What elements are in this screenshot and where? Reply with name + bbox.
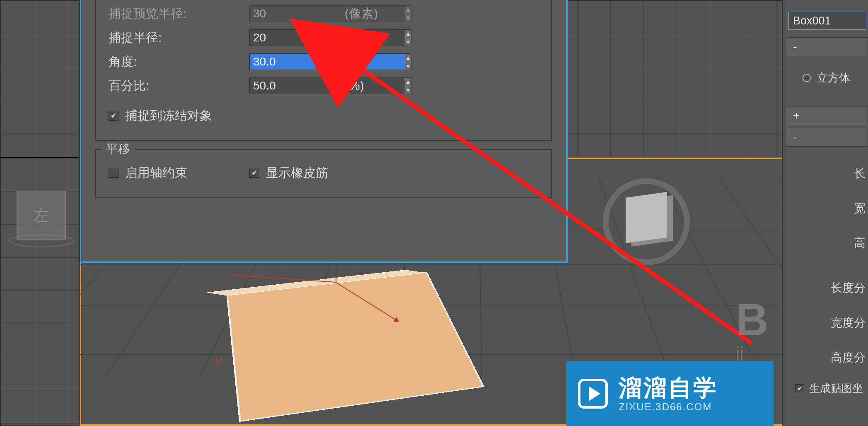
cube-radio[interactable]: 立方体 [803,70,868,85]
percent-unit: (%) [345,79,364,93]
row-preview-radius: 捕捉预览半径: ▲▼ (像素) [109,2,539,26]
watermark-title: 溜溜自学 [619,375,718,401]
rubber-band-label: 显示橡皮筋 [266,165,328,182]
site-watermark: 溜溜自学 ZIXUE.3D66.COM [566,361,774,426]
viewcube-perspective[interactable] [603,178,690,265]
preview-radius-spinner[interactable]: ▲▼ [249,5,332,22]
checkbox-icon [109,168,118,178]
generate-mapping-checkbox[interactable]: 生成贴图坐 [795,381,868,396]
spinner-down-icon[interactable]: ▼ [405,86,411,94]
command-panel: Box001 - 立方体 + - 长 宽 高 长度分 宽度分 高度分 生成贴图坐 [782,0,868,426]
snap-settings-dialog: 捕捉预览半径: ▲▼ (像素) 捕捉半径: ▲▼ (像素) 角度: ▲▼ (度) [80,0,568,263]
row-percent: 百分比: ▲▼ (%) [109,74,539,98]
row-snap-radius: 捕捉半径: ▲▼ (像素) [109,26,539,50]
minus-icon: - [793,131,797,144]
axis-y-label: y [215,353,222,367]
object-name-field[interactable]: Box001 [788,12,866,30]
spinner-up-icon[interactable]: ▲ [405,78,411,86]
preview-radius-label: 捕捉预览半径: [109,5,249,22]
snap-radius-unit: (像素) [345,29,378,46]
translate-group: 平移 启用轴约束 显示橡皮筋 [95,149,552,198]
spinner-down-icon[interactable]: ▼ [405,14,411,22]
spinner-down-icon[interactable]: ▼ [405,62,411,70]
snap-frozen-label: 捕捉到冻结对象 [125,107,212,124]
radio-icon [803,74,811,82]
row-angle: 角度: ▲▼ (度) [109,50,539,74]
spinner-up-icon[interactable]: ▲ [405,54,411,62]
percent-label: 百分比: [109,77,249,94]
snap-general-group: 捕捉预览半径: ▲▼ (像素) 捕捉半径: ▲▼ (像素) 角度: ▲▼ (度) [95,0,552,141]
axis-constraint-checkbox[interactable]: 启用轴约束 [109,165,249,182]
rollout-header-plus[interactable]: + [787,106,868,125]
angle-label: 角度: [109,53,249,70]
percent-input[interactable] [249,77,405,94]
row-snap-frozen: 捕捉到冻结对象 [109,104,539,128]
snap-frozen-checkbox[interactable]: 捕捉到冻结对象 [109,107,212,124]
viewcube-left-ring [8,234,75,247]
watermark-sub: ZIXUE.3D66.COM [619,401,718,413]
baidu-watermark: B ji [736,293,769,364]
translate-group-title: 平移 [102,141,134,157]
angle-unit: (度) [345,53,365,70]
row-translate-options: 启用轴约束 显示橡皮筋 [109,161,539,185]
plus-icon: + [793,109,800,122]
param-width: 宽 [783,201,868,216]
minus-icon: - [793,40,797,53]
angle-input[interactable] [249,53,405,70]
checkbox-icon [795,384,804,393]
object-name-text: Box001 [793,15,831,27]
param-width-seg: 宽度分 [783,315,868,331]
param-length-seg: 长度分 [783,280,868,296]
angle-spinner[interactable]: ▲▼ [249,53,332,70]
param-length: 长 [783,166,868,182]
generate-mapping-label: 生成贴图坐 [809,381,863,396]
checkbox-icon [249,168,259,178]
snap-radius-label: 捕捉半径: [109,29,249,46]
preview-radius-input[interactable] [249,5,405,22]
preview-radius-unit: (像素) [345,5,378,22]
rollout-header-1[interactable]: - [787,37,868,56]
axis-constraint-label: 启用轴约束 [125,165,187,182]
spinner-up-icon[interactable]: ▲ [405,30,411,38]
rollout-header-params[interactable]: - [787,128,868,147]
viewport-top-left[interactable] [0,0,80,157]
rubber-band-checkbox[interactable]: 显示橡皮筋 [249,165,328,182]
param-height: 高 [783,235,868,251]
play-icon [578,379,608,409]
viewcube-left[interactable]: 左 [17,191,66,240]
param-height-seg: 高度分 [783,350,868,365]
checkbox-icon [109,111,118,121]
snap-radius-input[interactable] [249,29,405,46]
percent-spinner[interactable]: ▲▼ [249,77,332,94]
cube-radio-label: 立方体 [817,70,850,85]
spinner-up-icon[interactable]: ▲ [405,6,411,14]
spinner-down-icon[interactable]: ▼ [405,38,411,46]
snap-radius-spinner[interactable]: ▲▼ [249,29,332,46]
